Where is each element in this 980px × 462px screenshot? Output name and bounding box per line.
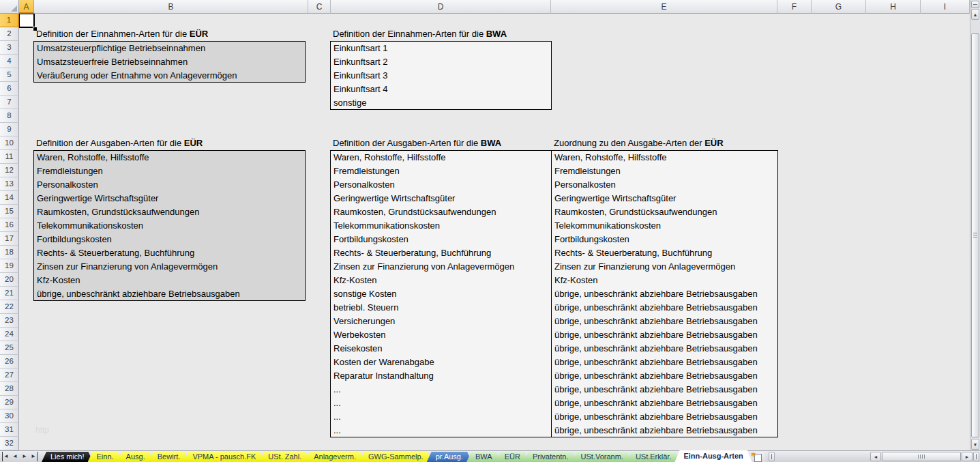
mapping-eur-cell[interactable]: Fortbildungskosten (552, 233, 777, 246)
row-header[interactable]: 9 (0, 123, 19, 136)
sheet-tab[interactable]: Anlageverm. (305, 452, 365, 462)
mapping-eur-cell[interactable]: übrige, unbeschränkt abziehbare Betriebs… (552, 328, 777, 342)
expenses-eur-cell[interactable]: Fortbildungskosten (34, 233, 305, 246)
mapping-eur-cell[interactable]: Rechts- & Steuerberatung, Buchführung (552, 246, 777, 260)
expenses-bwa-cell[interactable]: betriebl. Steuern (331, 301, 551, 315)
row-header[interactable]: 4 (0, 55, 19, 68)
income-eur-cell[interactable]: Veräußerung oder Entnahme von Anlageverm… (34, 69, 305, 83)
row-header[interactable]: 12 (0, 164, 19, 177)
mapping-eur-cell[interactable]: übrige, unbeschränkt abziehbare Betriebs… (552, 342, 777, 356)
sheet-tab[interactable]: EÜR (496, 452, 529, 462)
worksheet-area[interactable]: Definition der Einnahmen-Arten für die E… (19, 14, 970, 450)
expenses-bwa-cell[interactable]: Rechts- & Steuerberatung, Buchführung (331, 246, 551, 260)
income-bwa-cell[interactable]: Einkunftsart 1 (331, 42, 551, 55)
expenses-bwa-cell[interactable]: Fortbildungskosten (331, 233, 551, 246)
expenses-eur-cell[interactable]: Waren, Rohstoffe, Hilfsstoffe (34, 151, 305, 164)
vertical-split-handle[interactable] (971, 1, 979, 8)
fill-handle[interactable] (33, 27, 37, 31)
expenses-bwa-cell[interactable]: Werbekosten (331, 328, 551, 342)
row-header[interactable]: 10 (0, 136, 19, 150)
mapping-eur-cell[interactable]: übrige, unbeschränkt abziehbare Betriebs… (552, 287, 777, 301)
column-header-e[interactable]: E (551, 0, 777, 14)
row-header[interactable]: 28 (0, 382, 19, 396)
column-header-i[interactable]: I (921, 0, 970, 14)
mapping-eur-cell[interactable]: Telekommunikationskosten (552, 219, 777, 233)
expenses-eur-cell[interactable]: Rechts- & Steuerberatung, Buchführung (34, 246, 305, 260)
sheet-tab[interactable]: USt. Zahl. (259, 452, 310, 462)
mapping-eur-cell[interactable]: Personalkosten (552, 178, 777, 192)
scroll-left-button[interactable]: ◄ (870, 452, 881, 461)
row-header[interactable]: 22 (0, 300, 19, 314)
sheet-tab[interactable]: Lies mich! (42, 452, 93, 462)
row-header[interactable]: 23 (0, 314, 19, 328)
sheet-tab[interactable]: VPMA - pausch.FK (183, 452, 265, 462)
row-header[interactable]: 29 (0, 396, 19, 409)
last-sheet-button[interactable]: ► (29, 452, 39, 461)
row-header[interactable]: 17 (0, 232, 19, 246)
mapping-eur-cell[interactable]: Geringwertige Wirtschaftsgüter (552, 192, 777, 205)
expenses-bwa-cell[interactable]: Kfz-Kosten (331, 274, 551, 287)
row-header[interactable]: 25 (0, 341, 19, 355)
mapping-eur-cell[interactable]: übrige, unbeschränkt abziehbare Betriebs… (552, 301, 777, 315)
mapping-eur-cell[interactable]: Zinsen zur Finanzierung von Anlagevermög… (552, 260, 777, 274)
expenses-bwa-cell[interactable]: Versicherungen (331, 315, 551, 328)
income-bwa-title[interactable]: Definition der Einnahmen-Arten für die B… (330, 27, 507, 41)
column-header-d[interactable]: D (331, 0, 551, 14)
window-splitter[interactable] (973, 452, 979, 461)
scroll-up-button[interactable]: ▲ (971, 9, 979, 20)
income-bwa-cell[interactable]: Einkunftsart 2 (331, 55, 551, 69)
mapping-eur-cell[interactable]: Raumkosten, Grundstücksaufwendungen (552, 205, 777, 219)
expenses-bwa-cell[interactable]: ... (331, 396, 551, 410)
row-header[interactable]: 20 (0, 273, 19, 287)
previous-sheet-button[interactable]: ◄ (10, 452, 20, 461)
column-header-g[interactable]: G (812, 0, 866, 14)
expenses-bwa-cell[interactable]: Reparatur Instandhaltung (331, 369, 551, 383)
row-header[interactable]: 13 (0, 177, 19, 191)
column-header-c[interactable]: C (308, 0, 331, 14)
row-header[interactable]: 1 (0, 14, 19, 27)
column-header-h[interactable]: H (866, 0, 921, 14)
expenses-bwa-cell[interactable]: Waren, Rohstoffe, Hilfsstoffe (331, 151, 551, 164)
expenses-bwa-cell[interactable]: Reisekosten (331, 342, 551, 356)
expenses-bwa-title[interactable]: Definition der Ausgaben-Arten für die BW… (330, 136, 501, 150)
row-header[interactable]: 15 (0, 205, 19, 218)
scroll-right-button[interactable]: ► (962, 452, 972, 461)
expenses-eur-cell[interactable]: Geringwertige Wirtschaftsgüter (34, 192, 305, 205)
expenses-bwa-cell[interactable]: Fremdleistungen (331, 164, 551, 178)
expenses-bwa-cell[interactable]: Personalkosten (331, 178, 551, 192)
mapping-eur-cell[interactable]: übrige, unbeschränkt abziehbare Betriebs… (552, 383, 777, 396)
row-header[interactable]: 21 (0, 287, 19, 300)
row-header[interactable]: 8 (0, 109, 19, 123)
expenses-bwa-cell[interactable]: sonstige Kosten (331, 287, 551, 301)
vertical-scroll-thumb[interactable] (971, 33, 979, 437)
expenses-bwa-cell[interactable]: ... (331, 410, 551, 424)
sheet-tab[interactable]: Bewirt. (149, 452, 190, 462)
sheet-tab[interactable]: USt.Voranm. (572, 452, 632, 462)
sheet-tab[interactable]: Einn. (88, 452, 123, 462)
expenses-bwa-cell[interactable]: Telekommunikationskosten (331, 219, 551, 233)
mapping-eur-cell[interactable]: Waren, Rohstoffe, Hilfsstoffe (552, 151, 777, 164)
expenses-bwa-cell[interactable]: ... (331, 424, 551, 437)
mapping-eur-cell[interactable]: übrige, unbeschränkt abziehbare Betriebs… (552, 369, 777, 383)
expenses-eur-cell[interactable]: Personalkosten (34, 178, 305, 192)
row-header[interactable]: 31 (0, 423, 19, 437)
row-header[interactable]: 18 (0, 246, 19, 259)
row-header[interactable]: 5 (0, 68, 19, 82)
mapping-eur-cell[interactable]: Fremdleistungen (552, 164, 777, 178)
sheet-tab[interactable]: Ausg. (117, 452, 154, 462)
first-sheet-button[interactable]: ◄ (1, 452, 10, 461)
income-bwa-cell[interactable]: sonstige (331, 96, 551, 110)
expenses-eur-cell[interactable]: Fremdleistungen (34, 164, 305, 178)
sheet-tab[interactable]: BWA (466, 452, 501, 462)
row-header[interactable]: 24 (0, 328, 19, 341)
expenses-bwa-cell[interactable]: ... (331, 383, 551, 396)
column-header-f[interactable]: F (777, 0, 812, 14)
select-all-corner[interactable] (0, 0, 19, 14)
active-cell-a1[interactable] (18, 13, 35, 28)
income-eur-title[interactable]: Definition der Einnahmen-Arten für die E… (33, 27, 208, 41)
mapping-eur-cell[interactable]: übrige, unbeschränkt abziehbare Betriebs… (552, 410, 777, 424)
mapping-eur-cell[interactable]: übrige, unbeschränkt abziehbare Betriebs… (552, 424, 777, 437)
vertical-scrollbar[interactable]: ▲ ▼ (970, 0, 980, 450)
column-header-a[interactable]: A (19, 0, 34, 14)
row-header[interactable]: 16 (0, 218, 19, 232)
